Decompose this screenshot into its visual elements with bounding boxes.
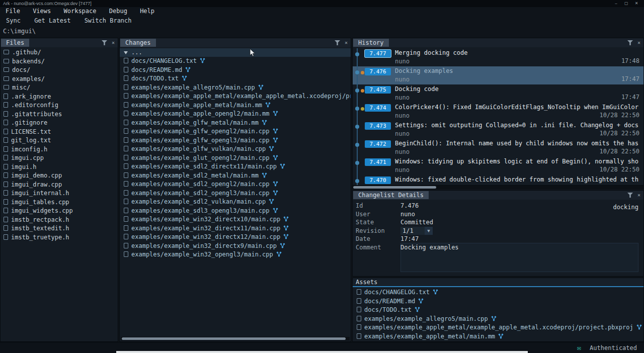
changed-file-row[interactable]: examples/example_sdl2_metal/main.mm xyxy=(120,171,351,181)
changes-horizontal-scrollbar[interactable] xyxy=(121,337,350,340)
file-tree-item[interactable]: imgui.h xyxy=(1,163,118,172)
file-tree-item[interactable]: imgui_internal.h xyxy=(1,189,118,198)
file-tree-item[interactable]: .editorconfig xyxy=(1,101,118,110)
changed-file-row[interactable]: examples/example_apple_metal/main.mm xyxy=(120,101,351,110)
changeset-row[interactable]: 7.476 Docking examples nuno 17:47 xyxy=(353,66,643,84)
file-tree-item[interactable]: imgui.cpp xyxy=(1,154,118,163)
file-tree-item[interactable]: imgui_widgets.cpp xyxy=(1,207,118,216)
changed-file-row[interactable]: examples/example_win32_directx9/main.cpp xyxy=(120,242,351,251)
filter-icon[interactable] xyxy=(627,40,633,45)
changed-file-row[interactable]: examples/example_sdl2_vulkan/main.cpp xyxy=(120,198,351,207)
file-tree-item[interactable]: imgui_draw.cpp xyxy=(1,181,118,190)
changes-root-row[interactable]: ... xyxy=(120,48,351,57)
menu-item[interactable]: Help xyxy=(135,7,159,16)
file-tree-item[interactable]: git_log.txt xyxy=(1,136,118,145)
scrollbar-thumb[interactable] xyxy=(122,337,346,340)
changed-file-row[interactable]: examples/example_glut_opengl2/main.cpp xyxy=(120,154,351,163)
changeset-row[interactable]: 7.477 Merging docking code nuno 17:48 xyxy=(353,48,643,66)
file-tree-item[interactable]: imstb_textedit.h xyxy=(1,224,118,233)
file-tree-item[interactable]: imstb_truetype.h xyxy=(1,233,118,242)
changed-file-row[interactable]: examples/example_sdl3_opengl3/main.cpp xyxy=(120,207,351,216)
changeset-row[interactable]: 7.470 Windows: fixed double-clicked bord… xyxy=(353,175,643,185)
changed-file-row[interactable]: docs/TODO.txt xyxy=(120,74,351,83)
revision-dropdown-arrow[interactable]: ▼ xyxy=(425,227,433,235)
changeset-id-badge[interactable]: 7.471 xyxy=(365,158,391,166)
changed-file-row[interactable]: examples/example_glfw_vulkan/main.cpp xyxy=(120,145,351,154)
changed-file-row[interactable]: examples/example_sdl2_opengl2/main.cpp xyxy=(120,180,351,189)
close-panel-icon[interactable]: ✕ xyxy=(343,38,349,47)
changeset-id-badge[interactable]: 7.475 xyxy=(365,86,391,94)
filter-icon[interactable] xyxy=(335,40,340,45)
file-tree-item[interactable]: backends/ xyxy=(1,57,118,66)
asset-row[interactable]: docs/TODO.txt xyxy=(353,306,643,315)
file-tree-item[interactable]: LICENSE.txt xyxy=(1,128,118,137)
file-tree-item[interactable]: examples/ xyxy=(1,75,118,84)
close-panel-icon[interactable]: ✕ xyxy=(110,38,116,47)
asset-row[interactable]: docs/README.md xyxy=(353,297,643,306)
expander-icon[interactable] xyxy=(124,51,128,54)
changeset-row[interactable]: 7.474 ColorPicker4(): Fixed ImGuiColorEd… xyxy=(353,103,643,121)
details-panel-header: Changelist Details ✕ xyxy=(353,191,643,200)
file-tree-item[interactable]: docs/ xyxy=(1,66,118,75)
filter-icon[interactable] xyxy=(102,40,107,45)
changeset-row[interactable]: 7.471 Windows: tidying up skipitems logi… xyxy=(353,157,643,175)
history-panel-title[interactable]: History xyxy=(353,39,389,47)
changed-file-row[interactable]: examples/example_sdl2_opengl3/main.cpp xyxy=(120,189,351,198)
file-tree-item[interactable]: .github/ xyxy=(1,48,118,57)
file-tree-item[interactable]: .gitignore xyxy=(1,119,118,128)
changed-file-row[interactable]: examples/example_win32_directx10/main.cp… xyxy=(120,215,351,224)
file-tree: .github/ backends/ docs/ examples/ misc/… xyxy=(1,47,118,341)
file-tree-item[interactable]: imconfig.h xyxy=(1,145,118,154)
close-button[interactable]: ✕ xyxy=(632,0,641,7)
file-tree-item[interactable]: imgui_demo.cpp xyxy=(1,171,118,181)
menu-item[interactable]: Debug xyxy=(105,7,132,16)
changed-file-row[interactable]: examples/example_allegro5/main.cpp xyxy=(120,83,351,93)
files-panel-title[interactable]: Files xyxy=(1,39,29,47)
file-tree-item[interactable]: imgui_tables.cpp xyxy=(1,198,118,207)
changed-file-row[interactable]: examples/example_win32_opengl3/main.cpp xyxy=(120,250,351,259)
changed-file-row[interactable]: examples/example_apple_metal/example_app… xyxy=(120,92,351,101)
changed-file-row[interactable]: examples/example_glfw_opengl3/main.cpp xyxy=(120,136,351,145)
file-tree-item[interactable]: .ark_ignore xyxy=(1,93,118,102)
maximize-button[interactable]: ▢ xyxy=(622,0,631,7)
asset-row[interactable]: examples/example_apple_metal/example_app… xyxy=(353,323,643,332)
changed-file-row[interactable]: docs/README.md xyxy=(120,66,351,75)
changeset-id-badge[interactable]: 7.472 xyxy=(365,140,391,148)
menu-item[interactable]: Views xyxy=(28,7,55,16)
asset-row[interactable]: examples/example_apple_metal/main.mm xyxy=(353,332,643,341)
changeset-row[interactable]: 7.472 BeginChild(): Internal name used b… xyxy=(353,139,643,157)
toolbar-button[interactable]: Get Latest xyxy=(29,16,75,26)
changed-file-row[interactable]: examples/example_apple_opengl2/main.mm xyxy=(120,110,351,119)
asset-row[interactable]: examples/example_allegro5/main.cpp xyxy=(353,315,643,324)
changeset-id-badge[interactable]: 7.477 xyxy=(365,50,391,57)
file-tree-item[interactable]: misc/ xyxy=(1,83,118,93)
close-panel-icon[interactable]: ✕ xyxy=(636,191,642,200)
asset-row[interactable]: docs/CHANGELOG.txt xyxy=(353,288,643,297)
filter-icon[interactable] xyxy=(627,193,633,198)
changeset-row[interactable]: 7.473 Settings: omit outputing Collapsed… xyxy=(353,121,643,139)
changeset-id-badge[interactable]: 7.476 xyxy=(365,68,391,75)
scrollbar-thumb[interactable] xyxy=(353,186,436,189)
changed-file-row[interactable]: examples/example_glfw_metal/main.mm xyxy=(120,119,351,128)
menu-item[interactable]: File xyxy=(1,7,25,16)
changed-file-row[interactable]: docs/CHANGELOG.txt xyxy=(120,57,351,66)
changed-file-row[interactable]: examples/example_sdl2_directx11/main.cpp xyxy=(120,162,351,171)
toolbar-button[interactable]: Sync xyxy=(1,16,26,26)
changed-file-row[interactable]: examples/example_win32_directx12/main.cp… xyxy=(120,233,351,242)
changeset-row[interactable]: 7.475 Docking code nuno 17:47 xyxy=(353,84,643,103)
changeset-id-badge[interactable]: 7.473 xyxy=(365,122,391,130)
file-tree-item[interactable]: .gitattributes xyxy=(1,110,118,119)
close-panel-icon[interactable]: ✕ xyxy=(636,38,642,47)
toolbar-button[interactable]: Switch Branch xyxy=(79,16,137,26)
changed-file-row[interactable]: examples/example_glfw_opengl2/main.cpp xyxy=(120,127,351,136)
changes-panel-title[interactable]: Changes xyxy=(120,39,156,47)
details-panel-title[interactable]: Changelist Details xyxy=(353,191,429,199)
file-tree-item[interactable]: imstb_rectpack.h xyxy=(1,216,118,225)
changed-file-row[interactable]: examples/example_win32_directx11/main.cp… xyxy=(120,224,351,233)
changeset-id-badge[interactable]: 7.470 xyxy=(365,176,391,184)
minimize-button[interactable]: – xyxy=(612,0,621,7)
menu-item[interactable]: Workspace xyxy=(59,7,101,16)
history-horizontal-scrollbar[interactable] xyxy=(352,186,644,189)
assets-header[interactable]: Assets xyxy=(353,278,643,287)
changeset-id-badge[interactable]: 7.474 xyxy=(365,104,391,112)
